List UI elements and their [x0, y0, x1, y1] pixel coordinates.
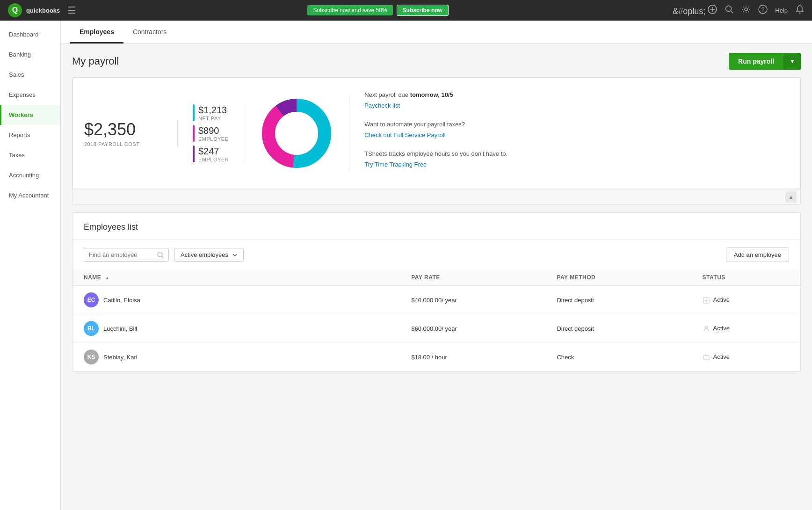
layout: Dashboard Banking Sales Expenses Workers…	[0, 21, 812, 510]
topbar: Q quickbooks ☰ Subscribe now and save 50…	[0, 0, 812, 21]
settings-icon[interactable]	[741, 5, 751, 16]
search-icon	[157, 252, 164, 258]
col-header-name[interactable]: NAME ▲	[72, 270, 400, 286]
employees-tbody: EC Catillo, Eloisa $40,000.00/ year Dire…	[72, 286, 800, 372]
breakdown-bar-employer	[193, 146, 195, 162]
payroll-info-panel: Next payroll due tomorrow, 10/5 Paycheck…	[349, 89, 789, 177]
employee-name-cell-1: BL Lucchini, Bill	[72, 314, 400, 343]
breakdown-employer-label: EMPLOYER	[198, 157, 229, 162]
page-title: My payroll	[72, 55, 119, 67]
breakdown-employee: $890 EMPLOYEE	[193, 125, 229, 142]
payroll-header: My payroll Run payroll ▼	[72, 53, 801, 70]
svg-line-17	[162, 256, 163, 258]
breakdown-netpay-amount: $1,213	[198, 105, 227, 116]
sidebar-item-banking[interactable]: Banking	[0, 44, 60, 65]
run-payroll-dropdown-button[interactable]: ▼	[783, 53, 801, 70]
automate-label: Want to automate your payroll taxes?	[364, 121, 465, 128]
sidebar-item-reports[interactable]: Reports	[0, 125, 60, 145]
help-label: Help	[775, 7, 788, 14]
breakdown-employee-amount: $890	[198, 125, 229, 136]
svg-text:Q: Q	[12, 6, 18, 14]
employee-payrate-1: $60,000.00/ year	[400, 314, 545, 343]
breakdown-employee-label: EMPLOYEE	[198, 136, 229, 142]
run-payroll-group: Run payroll ▼	[729, 53, 801, 70]
sidebar-item-accounting[interactable]: Accounting	[0, 165, 60, 185]
tsheets-section: TSheets tracks employee hours so you don…	[364, 148, 789, 170]
employee-paymethod-1: Direct deposit	[545, 314, 691, 343]
tab-employees[interactable]: Employees	[70, 21, 123, 44]
paycheck-list-link[interactable]: Paycheck list	[364, 100, 789, 111]
full-service-link[interactable]: Check out Full Service Payroll	[364, 130, 789, 140]
payroll-cost-label: 2018 PAYROLL COST	[84, 141, 162, 147]
svg-point-5	[726, 6, 732, 11]
automate-section: Want to automate your payroll taxes? Che…	[364, 119, 789, 141]
help-icon[interactable]: ?	[758, 5, 768, 16]
svg-point-7	[745, 8, 747, 11]
employees-table: NAME ▲ PAY RATE PAY METHOD STATUS	[72, 270, 800, 371]
avatar-2: KS	[84, 350, 99, 364]
breakdown-employer-amount: $247	[198, 146, 229, 157]
logo-text: quickbooks	[26, 7, 60, 14]
sidebar-item-expenses[interactable]: Expenses	[0, 85, 60, 105]
sidebar-item-my-accountant[interactable]: My Accountant	[0, 185, 60, 205]
employees-section-header: Employees list	[72, 213, 800, 240]
sidebar-item-sales[interactable]: Sales	[0, 65, 60, 85]
employees-controls: Active employees Add an employee	[72, 240, 800, 270]
table-row[interactable]: EC Catillo, Eloisa $40,000.00/ year Dire…	[72, 286, 800, 314]
table-row[interactable]: BL Lucchini, Bill $60,000.00/ year Direc…	[72, 314, 800, 343]
notifications-icon[interactable]	[795, 5, 805, 16]
svg-text:?: ?	[761, 7, 765, 13]
add-icon[interactable]: &#oplus;	[673, 5, 717, 16]
breakdown-employer: $247 EMPLOYER	[193, 146, 229, 162]
payroll-total-cost: $2,350 2018 PAYROLL COST	[84, 120, 178, 147]
employee-payrate-2: $18.00 / hour	[400, 343, 545, 372]
employees-list-title: Employees list	[84, 222, 138, 232]
svg-line-6	[731, 11, 733, 13]
breakdown-net-pay: $1,213 NET PAY	[193, 104, 229, 121]
payroll-card: $2,350 2018 PAYROLL COST $1,213 NET PAY	[72, 78, 800, 189]
col-header-pay-method: PAY METHOD	[545, 270, 691, 286]
search-box	[84, 248, 169, 262]
search-input[interactable]	[89, 251, 154, 258]
filter-dropdown[interactable]: Active employees	[174, 248, 244, 262]
employee-status-0: Active	[691, 286, 800, 314]
payroll-breakdown: $1,213 NET PAY $890 EMPLOYEE	[178, 104, 244, 162]
card-collapse-bar: ▲	[72, 189, 800, 204]
svg-rect-20	[703, 356, 709, 360]
breakdown-netpay-label: NET PAY	[198, 116, 227, 121]
next-due-date-text: tomorrow, 10/5	[410, 91, 453, 98]
collapse-arrow-button[interactable]: ▲	[785, 191, 797, 203]
avatar-0: EC	[84, 292, 99, 307]
sidebar-item-dashboard[interactable]: Dashboard	[0, 24, 60, 44]
status-icon-0	[703, 297, 710, 304]
tab-contractors[interactable]: Contractors	[123, 21, 176, 44]
sidebar: Dashboard Banking Sales Expenses Workers…	[0, 21, 61, 510]
search-icon[interactable]	[725, 5, 734, 16]
employee-status-1: Active	[691, 314, 800, 343]
qb-logo-icon: Q	[7, 3, 22, 18]
employee-name-cell-0: EC Catillo, Eloisa	[72, 286, 400, 314]
topbar-right: &#oplus; ? Help	[673, 5, 805, 16]
svg-point-16	[158, 252, 162, 257]
table-header: NAME ▲ PAY RATE PAY METHOD STATUS	[72, 270, 800, 286]
chevron-down-icon	[232, 252, 238, 258]
page-content: My payroll Run payroll ▼ $2,350 2018 PAY…	[61, 44, 812, 381]
add-employee-button[interactable]: Add an employee	[726, 248, 789, 262]
breakdown-employee-info: $890 EMPLOYEE	[198, 125, 229, 142]
subscribe-button[interactable]: Subscribe now	[397, 5, 449, 16]
sidebar-item-workers[interactable]: Workers	[0, 105, 60, 125]
breakdown-net-pay-info: $1,213 NET PAY	[198, 105, 227, 121]
run-payroll-button[interactable]: Run payroll	[729, 53, 783, 70]
logo: Q quickbooks	[7, 3, 60, 18]
avatar-1: BL	[84, 321, 99, 336]
employee-name-cell-2: KS Steblay, Kari	[72, 343, 400, 372]
svg-point-10	[799, 12, 801, 14]
table-row[interactable]: KS Steblay, Kari $18.00 / hour Check Act…	[72, 343, 800, 372]
svg-point-19	[705, 326, 708, 329]
payroll-chart	[244, 96, 349, 171]
sidebar-item-taxes[interactable]: Taxes	[0, 145, 60, 165]
hamburger-icon[interactable]: ☰	[67, 5, 76, 16]
main-content: Employees Contractors My payroll Run pay…	[61, 21, 812, 510]
time-tracking-link[interactable]: Try Time Tracking Free	[364, 159, 789, 170]
employee-name-1: Lucchini, Bill	[103, 325, 137, 332]
